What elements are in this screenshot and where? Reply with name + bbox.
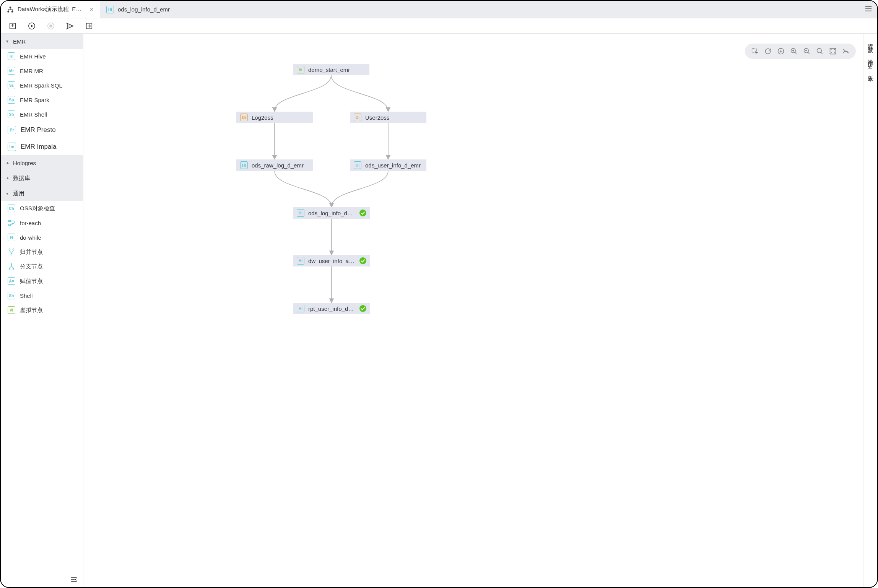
flow-node-ods_log_info[interactable]: Hiods_log_info_d_emr [293,207,370,219]
group-label: 通用 [13,190,24,197]
node-type-item[interactable]: Ndo-while [1,230,83,245]
rail-version[interactable]: 版本 [867,71,874,74]
item-label: 分支节点 [20,263,43,270]
svg-point-13 [11,263,12,265]
flow-node-rpt_user_info[interactable]: Hirpt_user_info_d_emr [293,303,370,314]
node-label: dw_user_info_all_d... [308,258,356,264]
group-header-hologres[interactable]: ▸Hologres [1,155,83,171]
node-type-item[interactable]: PrEMR Presto [1,122,83,138]
badge-icon: Sp [8,96,15,104]
svg-rect-2 [11,11,13,12]
canvas-area[interactable]: Videmo_start_emrDiLog2ossDiUser2ossHiods… [83,34,863,587]
badge-icon: N [8,234,15,241]
svg-point-10 [9,249,10,250]
export-button[interactable] [8,22,17,30]
svg-rect-8 [9,220,11,221]
node-label: ods_user_info_d_emr [365,162,421,169]
badge-icon: Sh [8,292,15,299]
badge-icon: A= [8,277,15,285]
flow-node-user2oss[interactable]: DiUser2oss [350,112,426,123]
badge-icon: Vi [8,306,15,314]
flow-node-ods_raw_log[interactable]: Hiods_raw_log_d_emr [236,159,313,171]
group-header-通用[interactable]: ▾通用 [1,186,83,201]
hi-icon: Hi [106,6,114,13]
item-label: 归并节点 [20,249,43,256]
node-type-icon: Di [240,114,248,121]
item-label: EMR MR [20,68,43,74]
item-label: OSS对象检查 [20,205,55,212]
badge-icon: Hi [8,52,15,60]
tab-bar: DataWorks演示流程_EM... ✕ Hi ods_log_info_d_… [1,1,877,18]
node-type-item[interactable]: 分支节点 [1,259,83,274]
badge-icon: Im [8,143,16,151]
item-label: do-while [20,234,41,241]
node-label: rpt_user_info_d_emr [308,305,356,312]
collapse-sidebar-icon[interactable] [70,576,78,585]
svg-point-12 [11,254,12,255]
success-icon [359,305,366,312]
toggle-button[interactable] [842,47,850,55]
run-button[interactable] [28,22,36,30]
item-label: 虚拟节点 [20,307,43,314]
item-label: Shell [20,292,33,299]
chevron-icon: ▸ [5,162,10,164]
success-icon [359,210,366,216]
node-type-item[interactable]: for-each [1,216,83,230]
svg-merge-icon [8,248,15,256]
tab-node[interactable]: Hi ods_log_info_d_emr [100,1,176,18]
flow-node-log2oss[interactable]: DiLog2oss [236,112,313,123]
flow-node-dw_user_info[interactable]: Hidw_user_info_all_d... [293,255,370,266]
node-type-item[interactable]: HiEMR Hive [1,49,83,63]
group-label: Hologres [13,160,36,166]
item-label: EMR Hive [20,53,46,60]
node-type-item[interactable]: Vi虚拟节点 [1,303,83,317]
node-type-icon: Hi [297,209,304,217]
sidebar: ▾EMRHiEMR HiveMrEMR MRSsEMR Spark SQLSpE… [1,34,83,587]
node-type-item[interactable]: SpEMR Spark [1,93,83,107]
node-label: ods_log_info_d_emr [308,210,356,216]
node-type-item[interactable]: MrEMR MR [1,63,83,78]
node-type-icon: Hi [240,161,248,169]
item-label: EMR Presto [21,126,56,134]
badge-icon: Sh [8,110,15,118]
node-type-item[interactable]: SsEMR Spark SQL [1,78,83,93]
node-type-item[interactable]: A=赋值节点 [1,274,83,288]
menu-icon[interactable] [864,5,873,15]
zoom-out-button[interactable] [803,47,811,55]
node-type-item[interactable]: ChOSS对象检查 [1,201,83,216]
node-type-icon: Hi [297,305,304,312]
select-tool[interactable] [751,47,759,55]
tab-flow[interactable]: DataWorks演示流程_EM... ✕ [1,1,100,18]
group-header-数据库[interactable]: ▸数据库 [1,171,83,186]
search-button[interactable] [816,47,824,55]
rail-flow-params[interactable]: 流程参数 [867,39,874,45]
node-label: User2oss [365,114,389,121]
close-icon[interactable]: ✕ [89,6,94,12]
node-type-item[interactable]: ShEMR Shell [1,107,83,122]
node-type-icon: Hi [297,257,304,265]
svg-foreach-icon [8,219,15,227]
send-button[interactable] [66,22,74,30]
node-type-item[interactable]: 归并节点 [1,245,83,259]
badge-icon: Ss [8,81,15,89]
success-icon [359,257,366,264]
tab-label: ods_log_info_d_emr [118,6,170,13]
svg-rect-9 [9,224,11,225]
toolbar [1,18,877,34]
refresh-button[interactable] [764,47,772,55]
fullscreen-button[interactable] [829,47,837,55]
svg-rect-6 [50,25,52,27]
node-label: Log2oss [252,114,273,121]
flow-node-demo_start_emr[interactable]: Videmo_start_emr [293,64,369,75]
zoom-in-button[interactable] [790,47,798,55]
flow-node-ods_user_info[interactable]: Hiods_user_info_d_emr [350,159,426,171]
group-header-emr[interactable]: ▾EMR [1,34,83,49]
node-type-item[interactable]: ShShell [1,288,83,303]
rail-history[interactable]: 操作历史 [867,55,874,61]
node-type-item[interactable]: ImEMR Impala [1,138,83,155]
add-node-button[interactable] [777,47,785,55]
node-type-icon: Vi [297,66,304,73]
flow-icon [7,6,14,13]
right-rail: 流程参数 操作历史 版本 [863,34,877,587]
import-button[interactable] [85,22,93,30]
